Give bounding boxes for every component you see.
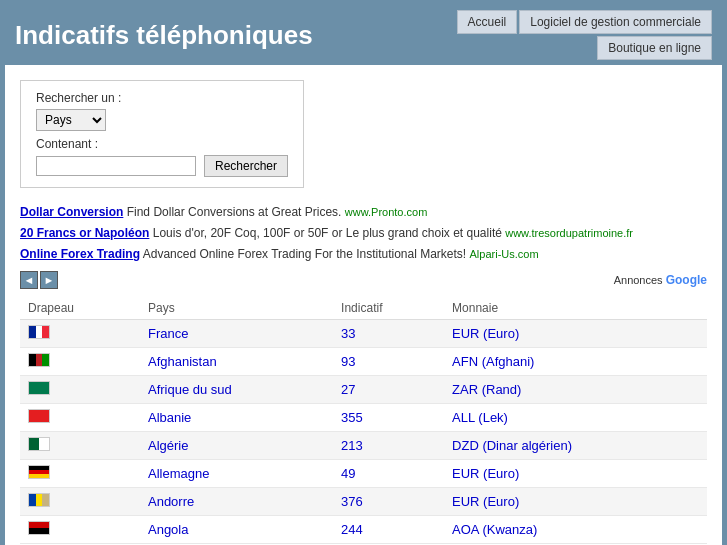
table-row: Andorre376EUR (Euro) — [20, 488, 707, 516]
cell-flag — [20, 516, 140, 544]
cell-flag — [20, 432, 140, 460]
cell-monnaie: AFN (Afghani) — [444, 348, 707, 376]
flag-icon — [28, 437, 50, 451]
indicatif-link[interactable]: 244 — [341, 522, 363, 537]
indicatif-link[interactable]: 213 — [341, 438, 363, 453]
search-box: Rechercher un : Pays Contenant : Recherc… — [20, 80, 304, 188]
col-drapeau: Drapeau — [20, 297, 140, 320]
search-select[interactable]: Pays — [36, 109, 106, 131]
cell-indicatif: 244 — [333, 516, 444, 544]
monnaie-link[interactable]: EUR (Euro) — [452, 494, 519, 509]
monnaie-link[interactable]: EUR (Euro) — [452, 326, 519, 341]
ad-line-1: Dollar Conversion Find Dollar Conversion… — [20, 203, 707, 221]
contenant-label: Contenant : — [36, 137, 288, 151]
prev-button[interactable]: ◄ — [20, 271, 38, 289]
ad-link-1[interactable]: Dollar Conversion — [20, 205, 123, 219]
page-title: Indicatifs téléphoniques — [15, 20, 313, 51]
monnaie-link[interactable]: AFN (Afghani) — [452, 354, 534, 369]
monnaie-link[interactable]: ZAR (Rand) — [452, 382, 521, 397]
flag-icon — [28, 493, 50, 507]
col-monnaie: Monnaie — [444, 297, 707, 320]
nav-row-top: Accueil Logiciel de gestion commerciale — [457, 10, 712, 34]
monnaie-link[interactable]: AOA (Kwanza) — [452, 522, 537, 537]
cell-flag — [20, 460, 140, 488]
flag-icon — [28, 465, 50, 479]
flag-icon — [28, 409, 50, 423]
ad-site-2: www.tresordupatrimoine.fr — [505, 227, 633, 239]
search-button[interactable]: Rechercher — [204, 155, 288, 177]
monnaie-link[interactable]: ALL (Lek) — [452, 410, 508, 425]
pays-link[interactable]: Angola — [148, 522, 188, 537]
pays-link[interactable]: Algérie — [148, 438, 188, 453]
data-table: Drapeau Pays Indicatif Monnaie France33E… — [20, 297, 707, 544]
pays-link[interactable]: Afghanistan — [148, 354, 217, 369]
cell-monnaie: ALL (Lek) — [444, 404, 707, 432]
indicatif-link[interactable]: 49 — [341, 466, 355, 481]
ad-text-3: Advanced Online Forex Trading For the In… — [143, 247, 470, 261]
pays-link[interactable]: Andorre — [148, 494, 194, 509]
nav-buttons: Accueil Logiciel de gestion commerciale … — [457, 10, 712, 60]
table-head: Drapeau Pays Indicatif Monnaie — [20, 297, 707, 320]
pays-link[interactable]: Afrique du sud — [148, 382, 232, 397]
indicatif-link[interactable]: 376 — [341, 494, 363, 509]
table-body: France33EUR (Euro)Afghanistan93AFN (Afgh… — [20, 320, 707, 544]
table-row: Angola244AOA (Kwanza) — [20, 516, 707, 544]
ad-site-1: www.Pronto.com — [345, 206, 428, 218]
ad-link-2[interactable]: 20 Francs or Napoléon — [20, 226, 149, 240]
monnaie-link[interactable]: DZD (Dinar algérien) — [452, 438, 572, 453]
indicatif-link[interactable]: 27 — [341, 382, 355, 397]
cell-pays: Afrique du sud — [140, 376, 333, 404]
indicatif-link[interactable]: 355 — [341, 410, 363, 425]
annonces-text: Annonces — [614, 274, 666, 286]
cell-indicatif: 376 — [333, 488, 444, 516]
monnaie-link[interactable]: EUR (Euro) — [452, 466, 519, 481]
search-input[interactable] — [36, 156, 196, 176]
flag-icon — [28, 325, 50, 339]
ad-site-3: Alpari-Us.com — [470, 248, 539, 260]
boutique-button[interactable]: Boutique en ligne — [597, 36, 712, 60]
flag-icon — [28, 353, 50, 367]
nav-row-bottom: Boutique en ligne — [597, 36, 712, 60]
cell-pays: Allemagne — [140, 460, 333, 488]
google-brand: Google — [666, 273, 707, 287]
cell-pays: Algérie — [140, 432, 333, 460]
cell-flag — [20, 404, 140, 432]
indicatif-link[interactable]: 33 — [341, 326, 355, 341]
cell-monnaie: AOA (Kwanza) — [444, 516, 707, 544]
ad-link-3[interactable]: Online Forex Trading — [20, 247, 140, 261]
cell-indicatif: 355 — [333, 404, 444, 432]
search-input-row: Rechercher — [36, 155, 288, 177]
cell-indicatif: 93 — [333, 348, 444, 376]
main-content: Rechercher un : Pays Contenant : Recherc… — [5, 65, 722, 545]
cell-pays: Albanie — [140, 404, 333, 432]
next-button[interactable]: ► — [40, 271, 58, 289]
header: Indicatifs téléphoniques Accueil Logicie… — [0, 0, 727, 65]
ad-text-2: Louis d'or, 20F Coq, 100F or 50F or Le p… — [153, 226, 506, 240]
flag-icon — [28, 381, 50, 395]
cell-indicatif: 213 — [333, 432, 444, 460]
cell-indicatif: 49 — [333, 460, 444, 488]
cell-monnaie: EUR (Euro) — [444, 488, 707, 516]
indicatif-link[interactable]: 93 — [341, 354, 355, 369]
cell-pays: Angola — [140, 516, 333, 544]
cell-pays: Afghanistan — [140, 348, 333, 376]
pays-link[interactable]: Allemagne — [148, 466, 209, 481]
google-ads: Annonces Google — [614, 273, 707, 287]
cell-monnaie: EUR (Euro) — [444, 460, 707, 488]
pays-link[interactable]: France — [148, 326, 188, 341]
cell-monnaie: ZAR (Rand) — [444, 376, 707, 404]
cell-pays: Andorre — [140, 488, 333, 516]
arrow-nav: ◄ ► Annonces Google — [20, 271, 707, 289]
accueil-button[interactable]: Accueil — [457, 10, 518, 34]
table-header-row: Drapeau Pays Indicatif Monnaie — [20, 297, 707, 320]
pays-link[interactable]: Albanie — [148, 410, 191, 425]
flag-icon — [28, 521, 50, 535]
cell-indicatif: 27 — [333, 376, 444, 404]
cell-pays: France — [140, 320, 333, 348]
cell-flag — [20, 376, 140, 404]
search-label: Rechercher un : — [36, 91, 288, 105]
ad-section: Dollar Conversion Find Dollar Conversion… — [20, 203, 707, 263]
cell-flag — [20, 488, 140, 516]
col-pays: Pays — [140, 297, 333, 320]
logiciel-button[interactable]: Logiciel de gestion commerciale — [519, 10, 712, 34]
